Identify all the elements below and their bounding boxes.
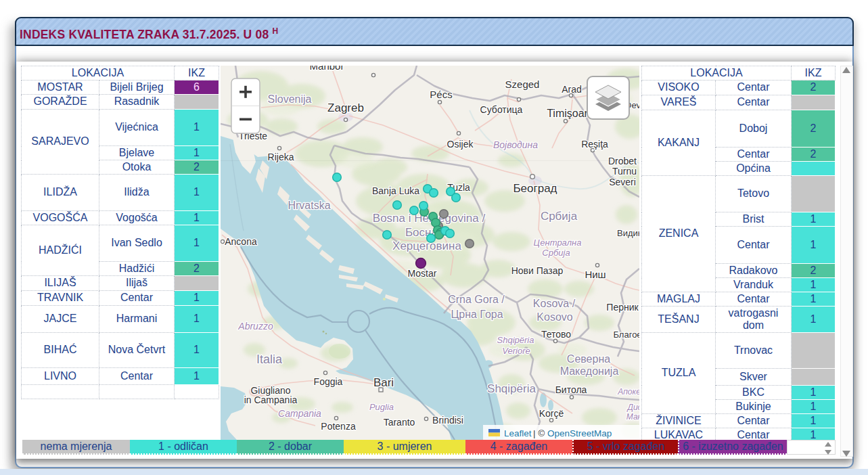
svg-text:Апоке: Апоке <box>617 387 639 397</box>
svg-text:Shqipëria: Shqipëria <box>497 335 534 345</box>
svg-text:Hrvatska: Hrvatska <box>288 200 330 211</box>
svg-text:Abruzzo: Abruzzo <box>237 321 273 332</box>
svg-text:Reşiţa: Reşiţa <box>581 139 608 150</box>
svg-text:Kosovo: Kosovo <box>536 311 572 323</box>
svg-text:Italia: Italia <box>256 353 283 366</box>
svg-text:Ниш: Ниш <box>585 269 606 280</box>
svg-text:Pécs: Pécs <box>430 89 452 100</box>
svg-text:Херцеговина: Херцеговина <box>392 240 461 252</box>
svg-text:Благоев: Благоев <box>613 330 639 340</box>
svg-text:Potenza: Potenza <box>321 421 356 432</box>
svg-text:Видин: Видин <box>617 228 639 238</box>
svg-text:Централна: Централна <box>534 238 582 248</box>
svg-text:Foggia: Foggia <box>314 376 343 387</box>
svg-text:Korçë: Korçë <box>539 408 564 419</box>
svg-text:Мак: Мак <box>626 412 639 422</box>
svg-text:Osijek: Osijek <box>447 139 474 150</box>
svg-text:Ancona: Ancona <box>225 236 257 247</box>
svg-text:Дис: Дис <box>626 403 639 412</box>
svg-text:Veriore: Veriore <box>502 346 530 356</box>
svg-text:in Campania: in Campania <box>244 394 298 405</box>
svg-text:Szeged: Szeged <box>505 78 540 90</box>
svg-text:Zagreb: Zagreb <box>327 101 364 114</box>
svg-text:OpenStreetMap: OpenStreetMap <box>547 428 612 438</box>
svg-text:Војводина: Војводина <box>493 139 538 150</box>
svg-text:Тетово: Тетово <box>541 329 571 340</box>
svg-text:Banja Luka: Banja Luka <box>372 185 419 196</box>
svg-text:Shqipëria: Shqipëria <box>487 382 536 395</box>
svg-text:Crna Gora /: Crna Gora / <box>448 294 505 305</box>
svg-text:Нови Пазар: Нови Пазар <box>511 265 564 276</box>
svg-text:Brindisi: Brindisi <box>432 415 463 426</box>
svg-text:Turnu: Turnu <box>612 166 637 177</box>
svg-text:Campania: Campania <box>278 408 321 419</box>
svg-text:Црна Гора: Црна Гора <box>451 309 503 320</box>
svg-text:Перник: Перник <box>606 302 639 313</box>
svg-text:Bari: Bari <box>373 376 394 389</box>
svg-text:Битола: Битола <box>555 384 587 395</box>
svg-text:Slovenija: Slovenija <box>268 93 312 105</box>
svg-text:Суботица: Суботица <box>480 104 523 115</box>
svg-text:Београд: Београд <box>513 182 557 195</box>
svg-text:| ©: | © <box>533 428 545 438</box>
svg-text:Arad: Arad <box>562 84 582 95</box>
svg-text:Leaflet: Leaflet <box>504 428 532 438</box>
svg-text:Македонија: Македонија <box>560 365 619 377</box>
svg-text:Puglia: Puglia <box>369 402 394 412</box>
svg-text:Taranto: Taranto <box>384 417 415 428</box>
svg-text:Kosova /: Kosova / <box>533 298 576 309</box>
svg-text:Србија: Србија <box>541 210 578 223</box>
svg-text:Maribor: Maribor <box>310 66 344 72</box>
svg-text:Србија: Србија <box>542 248 570 258</box>
svg-text:Северна: Северна <box>567 353 610 365</box>
svg-text:Severi: Severi <box>609 177 636 187</box>
svg-text:Mostar: Mostar <box>408 268 437 279</box>
